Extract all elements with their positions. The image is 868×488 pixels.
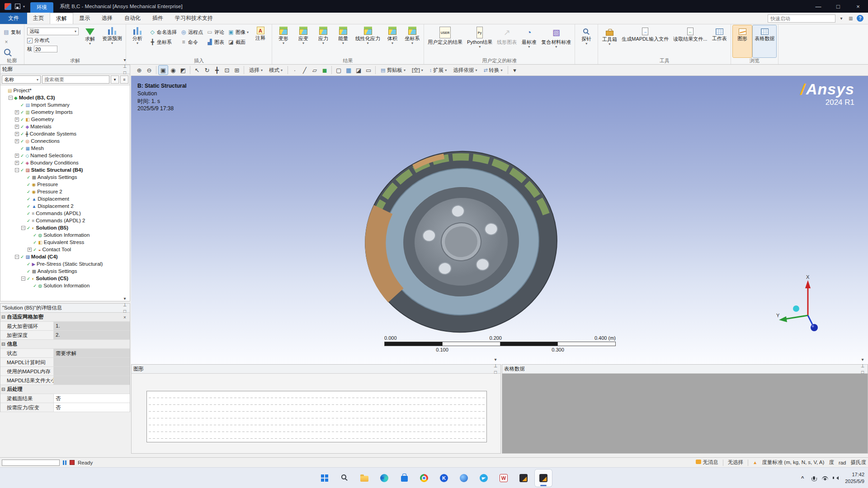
solve-config-select[interactable]: 远端▾	[27, 28, 79, 35]
solve-button[interactable]: 求解▾	[80, 25, 99, 57]
tree-plus-icon[interactable]: +	[15, 139, 19, 143]
read-result-file-button[interactable]: 读取结果文件...	[671, 25, 709, 57]
stress-dropdown[interactable]: 应力▾	[314, 25, 333, 57]
tree-item[interactable]: +✓◧Geometry	[0, 116, 130, 123]
rotate-view-icon[interactable]: ↻	[203, 66, 212, 75]
convert-dropdown[interactable]: ⇄转换▾	[481, 66, 505, 74]
details-row-value[interactable]	[54, 367, 130, 375]
panel-pin-icon[interactable]: ⊥	[122, 302, 128, 308]
tree-item[interactable]: ✓≡Commands (APDL) 2	[0, 217, 130, 224]
taskbar-clock[interactable]: 17:42 2025/5/9	[845, 471, 864, 484]
outline-filter-settings-icon[interactable]: ≡	[120, 75, 128, 84]
ribbon-tab-0[interactable]: 主页	[27, 13, 50, 24]
deformation-dropdown[interactable]: 变形▾	[274, 25, 293, 57]
section-plane-button[interactable]: ◪截面	[226, 38, 250, 46]
details-row-value[interactable]: 2.	[54, 331, 130, 339]
coordinate-triad[interactable]: X Y	[775, 274, 830, 337]
ribbon-tab-2[interactable]: 显示	[73, 13, 96, 24]
cores-input[interactable]	[34, 46, 57, 52]
details-row-value[interactable]: 1.	[54, 322, 130, 330]
look-at-face-icon[interactable]: ◉	[169, 66, 178, 75]
taskbar-workbench-button[interactable]: W	[495, 469, 513, 487]
help-icon[interactable]: ?	[857, 15, 863, 22]
probe-dropdown[interactable]: 探针▾	[577, 25, 596, 57]
tray-expand-icon[interactable]: ^	[799, 474, 806, 482]
outline-search-input[interactable]	[42, 75, 109, 84]
show-mesh-icon[interactable]: ▦	[344, 66, 353, 75]
status-units[interactable]: 度量标准 (m, kg, N, s, V, A)	[762, 459, 824, 466]
section-plane-tool-icon[interactable]: ◪	[354, 66, 363, 75]
composite-criteria-dropdown[interactable]: ▧复合材料标准▾	[539, 25, 573, 57]
tree-item[interactable]: ✓◍Solution Information	[0, 282, 130, 289]
annotation-tool-icon[interactable]: ▭	[364, 66, 373, 75]
pause-button[interactable]	[63, 460, 66, 465]
comment-button[interactable]: ▭评论	[205, 28, 226, 36]
tree-item[interactable]: ✓▶Pre-Stress (Static Structural)	[0, 260, 130, 267]
details-section-header[interactable]: ⊟后处理	[0, 385, 130, 394]
panel-close-icon[interactable]: ×	[122, 314, 128, 321]
tree-item[interactable]: +✓◈Boundary Conditions	[0, 159, 130, 166]
tree-item[interactable]: ✓≡Commands (APDL)	[0, 210, 130, 217]
minimize-button[interactable]: —	[808, 0, 828, 13]
volume-icon[interactable]	[833, 474, 840, 482]
tree-plus-icon[interactable]: +	[15, 132, 19, 136]
images-dropdown[interactable]: ▣图像▾	[226, 28, 250, 36]
taskbar-start-button[interactable]	[316, 469, 334, 487]
resource-prediction-button[interactable]: 资源预测▾	[100, 25, 124, 57]
ribbon-tab-5[interactable]: 插件	[146, 13, 169, 24]
status-angle-unit[interactable]: 度	[829, 459, 834, 466]
image-capture-icon[interactable]: ▣	[159, 66, 168, 75]
status-angular-unit[interactable]: rad	[839, 460, 846, 465]
tree-plus-icon[interactable]: +	[15, 125, 19, 129]
tree-minus-icon[interactable]: −	[21, 277, 25, 281]
tree-item[interactable]: ✓◉Pressure 2	[0, 188, 130, 195]
criteria-dropdown[interactable]: ◔最标准▾	[519, 25, 538, 57]
panel-menu-icon[interactable]: ▾	[859, 357, 866, 363]
close-button[interactable]: ×	[848, 0, 868, 13]
remote-point-button[interactable]: ◎远程点	[179, 28, 204, 36]
restore-button[interactable]: □	[828, 0, 848, 13]
taskbar-chrome-button[interactable]	[415, 469, 433, 487]
toolbox-dropdown[interactable]: 工具箱▾	[600, 25, 619, 57]
delete-button[interactable]: ×	[2, 38, 22, 46]
copy-button[interactable]: ▤复制	[2, 28, 22, 36]
details-row-value[interactable]	[54, 358, 130, 366]
panel-float-icon[interactable]: □	[122, 308, 128, 314]
taskbar-telegram-button[interactable]	[475, 469, 493, 487]
chart-button[interactable]: ▟图表	[205, 38, 226, 46]
layout-icon[interactable]: ▥	[847, 15, 854, 22]
tree-item[interactable]: ✓◉Pressure	[0, 181, 130, 188]
zoom-in-icon[interactable]: ⊕	[135, 66, 144, 75]
tree-item[interactable]: −✓▨Static Structural (B4)	[0, 166, 130, 174]
outline-filter-select[interactable]: 名称 ▾	[2, 75, 41, 84]
taskbar-store-button[interactable]	[395, 469, 413, 487]
taskbar-edge-button[interactable]	[375, 469, 393, 487]
tree-plus-icon[interactable]: +	[15, 117, 19, 122]
select-by-dropdown[interactable]: 选择依据▾	[450, 66, 480, 74]
isometric-view-icon[interactable]: ◩	[179, 66, 188, 75]
wifi-icon[interactable]	[821, 474, 829, 482]
tree-item[interactable]: +✓╋Coordinate Systems	[0, 130, 130, 137]
outline-filter-expand-icon[interactable]: ▾	[111, 75, 119, 84]
tree-plus-icon[interactable]: +	[28, 248, 32, 252]
3d-viewport[interactable]: B: Static Structural Solution 时间: 1. s 2…	[131, 76, 868, 364]
clipboard-dropdown[interactable]: ▤剪贴板▾	[378, 66, 408, 74]
tree-item[interactable]: −✓◐Solution (C5)	[0, 275, 130, 282]
python-result-dropdown[interactable]: PyPython结果▾	[465, 25, 494, 57]
tree-minus-icon[interactable]: −	[9, 96, 13, 100]
select-body-icon[interactable]: ◼	[320, 66, 329, 75]
pan-view-icon[interactable]: ╋	[212, 66, 222, 75]
details-row-value[interactable]: 需要求解	[54, 349, 130, 357]
more-options-icon[interactable]: ▾	[510, 66, 519, 75]
panel-menu-icon[interactable]: ▾	[492, 357, 499, 363]
generate-mapdl-input-button[interactable]: 生成MAPDL输入文件	[620, 25, 670, 57]
status-messages[interactable]: 无消息	[696, 459, 718, 466]
tree-item[interactable]: ✓▲Displacement	[0, 195, 130, 202]
ribbon-tab-3[interactable]: 选择	[96, 13, 118, 24]
tree-minus-icon[interactable]: −	[21, 226, 25, 230]
details-row-value[interactable]: 否	[54, 394, 130, 403]
tree-item[interactable]: ✓◧Equivalent Stress	[0, 239, 130, 246]
status-temp-unit[interactable]: 摄氏度	[851, 459, 867, 466]
panel-pin-icon[interactable]: ⊥	[122, 63, 128, 70]
wireframe-mode-icon[interactable]: ▢	[334, 66, 343, 75]
